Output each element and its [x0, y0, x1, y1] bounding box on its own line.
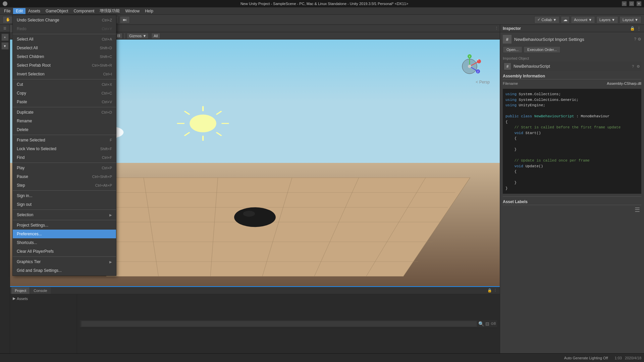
menu-edit[interactable]: Edit: [13, 8, 25, 14]
menu-duplicate[interactable]: Duplicate Ctrl+D: [13, 108, 116, 117]
toolbar-hand-tool[interactable]: ✋: [3, 16, 13, 23]
lighting-status: Auto Generate Lighting Off: [564, 356, 608, 360]
svg-point-14: [243, 211, 255, 217]
menu-deselect-all[interactable]: Deselect All Shift+D: [13, 44, 116, 52]
bottom-panel: Project Console 🔒 ⋮ ▶ Assets �: [10, 286, 500, 353]
tab-project[interactable]: Project: [11, 287, 30, 294]
asset-labels-btn[interactable]: ☰: [635, 206, 640, 214]
svg-text:Y: Y: [469, 55, 471, 58]
search-all-btn[interactable]: All: [151, 33, 160, 39]
menu-play[interactable]: Play Ctrl+P: [13, 164, 116, 172]
add-object-btn[interactable]: +: [1, 34, 9, 41]
sidebar-btn-2[interactable]: ▼: [1, 42, 9, 50]
maximize-button[interactable]: □: [629, 1, 634, 6]
menu-file[interactable]: File: [1, 8, 13, 14]
project-search-input[interactable]: [81, 321, 477, 327]
menu-cut[interactable]: Cut Ctrl+X: [13, 80, 116, 89]
layout-button[interactable]: Layout ▼: [620, 16, 641, 23]
menu-lock-view[interactable]: Lock View to Selected Shift+F: [13, 144, 116, 153]
inspector-question-icon[interactable]: ?: [634, 37, 636, 42]
asset-labels-section: Asset Labels ☰: [503, 196, 641, 213]
menu-select-children[interactable]: Select Children Shift+C: [13, 52, 116, 61]
execution-order-btn[interactable]: Execution Order...: [524, 46, 560, 53]
inspector-title: Inspector: [503, 26, 521, 31]
collab-button[interactable]: ✓ Collab ▼: [534, 16, 559, 23]
menu-graphics-tier[interactable]: Graphics Tier ▶: [13, 257, 116, 266]
imported-object-section: Imported Object # NewBehaviourScript ? ⚙: [503, 56, 641, 71]
menu-select-prefab-root[interactable]: Select Prefab Root Ctrl+Shift+R: [13, 61, 116, 70]
inspector-body: # NewBehaviourScript Import Settings ? ⚙…: [500, 32, 644, 353]
menu-select-all[interactable]: Select All Ctrl+A: [13, 35, 116, 44]
inspector-menu-icon[interactable]: ⋮: [637, 26, 641, 31]
imported-object-label: Imported Object: [503, 56, 641, 60]
close-button[interactable]: ✕: [637, 1, 641, 6]
menu-enhanced[interactable]: 增强版功能: [97, 7, 122, 14]
menu-preferences[interactable]: Preferences...: [13, 230, 116, 238]
window-controls: ─ □ ✕: [622, 1, 641, 6]
svg-text:Z: Z: [477, 70, 479, 73]
inspector-lock-icon[interactable]: 🔒: [630, 26, 635, 31]
search-icon[interactable]: 🔍: [478, 321, 484, 326]
layers-button[interactable]: Layers ▼: [596, 16, 618, 23]
code-block: using System.Collections; using System.C…: [503, 89, 641, 194]
account-label: Account ▼: [574, 18, 592, 22]
asset-labels-header: Asset Labels: [503, 199, 641, 205]
account-button[interactable]: Account ▼: [571, 16, 595, 23]
menu-delete[interactable]: Delete: [13, 125, 116, 134]
dd-sep-6: [13, 190, 116, 191]
menu-project-settings[interactable]: Project Settings...: [13, 221, 116, 230]
menu-frame-selected[interactable]: Frame Selected F: [13, 136, 116, 144]
menu-paste[interactable]: Paste Ctrl+V: [13, 98, 116, 106]
search-all-label: All: [154, 34, 158, 38]
open-btn[interactable]: Open...: [503, 46, 522, 53]
status-bar: Auto Generate Lighting Off 1:03 2020/4/1…: [0, 353, 644, 362]
filter-icon[interactable]: ⊟: [485, 321, 489, 326]
menu-invert-selection[interactable]: Invert Selection Ctrl+I: [13, 70, 116, 78]
bottom-content: ▶ Assets 🔍 ⊟ ⊙8: [10, 294, 500, 353]
cloud-button[interactable]: ☁: [561, 16, 570, 23]
menu-help[interactable]: Help: [142, 8, 156, 14]
perspective-label: < Persp: [476, 80, 490, 84]
imported-menu-icon[interactable]: ⚙: [637, 64, 640, 69]
scene-panel-menu[interactable]: ⋮: [495, 26, 498, 31]
menu-window[interactable]: Window: [122, 8, 142, 14]
menu-sign-out[interactable]: Sign out: [13, 200, 116, 209]
menu-grid-snap[interactable]: Grid and Snap Settings...: [13, 266, 116, 275]
menu-clear-playerprefs[interactable]: Clear All PlayerPrefs: [13, 247, 116, 256]
menu-copy[interactable]: Copy Ctrl+C: [13, 89, 116, 98]
menu-selection[interactable]: Selection ▶: [13, 210, 116, 219]
gizmos-dropdown[interactable]: Gizmos ▼: [127, 33, 149, 39]
assets-folder[interactable]: ▶ Assets: [11, 296, 75, 301]
tab-console[interactable]: Console: [30, 287, 50, 294]
bottom-panel-lock-icon[interactable]: 🔒: [487, 288, 492, 293]
bottom-tabs: Project Console 🔒 ⋮: [10, 287, 500, 294]
assembly-filename-row: Filename Assembly-CSharp.dll: [503, 81, 641, 86]
filename-label: Filename: [503, 81, 518, 85]
scene-toolbar-sep-3: [124, 33, 125, 39]
collab-check-icon: ✓: [537, 17, 540, 22]
menu-sign-in[interactable]: Sign in...: [13, 191, 116, 200]
step-button[interactable]: ⏭: [120, 16, 130, 23]
menu-undo[interactable]: Undo Selection Change Ctrl+Z: [13, 16, 116, 24]
project-content: 🔍 ⊟ ⊙8: [77, 294, 500, 353]
dd-sep-8: [13, 220, 116, 220]
bottom-panel-menu-icon[interactable]: ⋮: [493, 288, 497, 293]
menu-gameobject[interactable]: GameObject: [43, 8, 71, 14]
menu-rename[interactable]: Rename: [13, 117, 116, 125]
layout-label: Layout ▼: [623, 18, 638, 22]
menu-assets[interactable]: Assets: [25, 8, 43, 14]
scene-gizmo[interactable]: X Y Z: [456, 53, 483, 80]
menu-find[interactable]: Find Ctrl+F: [13, 153, 116, 162]
dd-sep-4: [13, 135, 116, 135]
inspector-settings-icon[interactable]: ⚙: [638, 37, 641, 42]
assembly-section: Assembly Information Filename Assembly-C…: [503, 74, 641, 86]
menu-pause[interactable]: Pause Ctrl+Shift+P: [13, 172, 116, 181]
menu-step[interactable]: Step Ctrl+Alt+P: [13, 181, 116, 190]
inspector-icons: 🔒 ⋮: [630, 26, 641, 31]
imported-settings-icon[interactable]: ?: [632, 64, 634, 68]
menu-component[interactable]: Component: [71, 8, 97, 14]
menu-shortcuts[interactable]: Shortcuts...: [13, 238, 116, 247]
inspector-script-header: # NewBehaviourScript Import Settings ? ⚙: [503, 35, 641, 44]
minimize-button[interactable]: ─: [622, 1, 627, 6]
dd-sep-7: [13, 209, 116, 210]
